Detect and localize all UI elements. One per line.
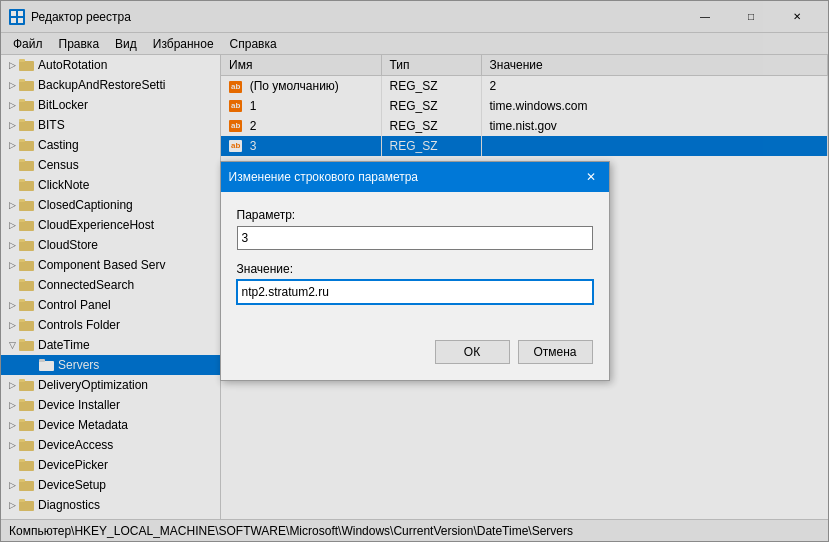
value-input[interactable] [237,280,593,304]
value-label: Значение: [237,262,593,276]
dialog-overlay: Изменение строкового параметра ✕ Парамет… [0,0,829,542]
cancel-button[interactable]: Отмена [518,340,593,364]
edit-string-dialog: Изменение строкового параметра ✕ Парамет… [220,161,610,381]
param-label: Параметр: [237,208,593,222]
dialog-buttons: ОК Отмена [221,332,609,380]
dialog-content: Параметр: Значение: [221,192,609,332]
ok-button[interactable]: ОК [435,340,510,364]
dialog-close-button[interactable]: ✕ [581,167,601,187]
dialog-title: Изменение строкового параметра [229,170,419,184]
dialog-title-bar: Изменение строкового параметра ✕ [221,162,609,192]
param-input[interactable] [237,226,593,250]
